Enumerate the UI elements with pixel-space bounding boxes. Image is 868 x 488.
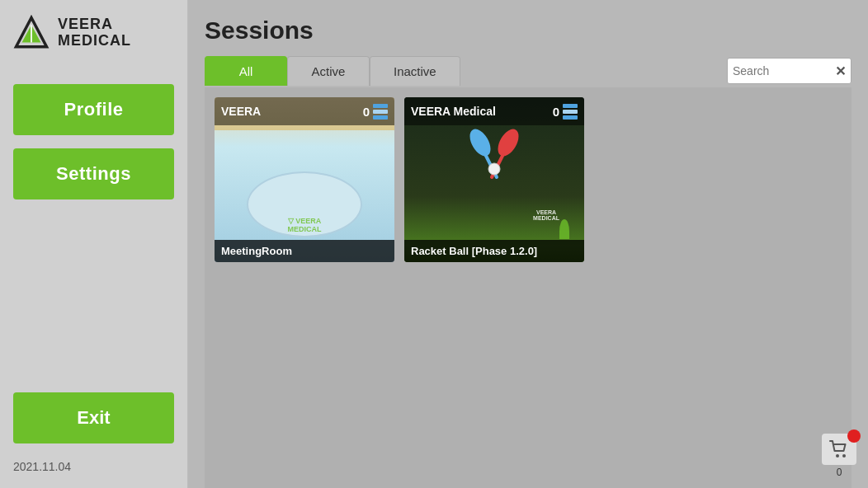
logo-area: VEERA MEDICAL <box>13 15 131 51</box>
settings-button[interactable]: Settings <box>13 148 174 199</box>
session-card-veera-medical[interactable]: VEERA Medical 0 <box>404 97 584 262</box>
bar-mid-2 <box>563 110 578 114</box>
veera-watermark: ▽ VEERAMEDICAL <box>288 217 322 233</box>
bar-bot <box>373 115 388 120</box>
bar-icon-veera-medical <box>563 102 578 120</box>
brand-sub: MEDICAL <box>58 33 131 49</box>
card-count-area: 0 <box>363 102 388 120</box>
svg-point-5 <box>493 126 522 160</box>
sidebar: VEERA MEDICAL Profile Settings Exit 2021… <box>0 0 188 488</box>
card-title-veera-medical: VEERA Medical <box>411 105 496 118</box>
card-count-veera-medical: 0 <box>553 105 559 119</box>
sidebar-top: VEERA MEDICAL Profile Settings <box>13 15 174 199</box>
sessions-area: VEERA 0 ▽ VEERAMEDICAL MeetingRoom <box>205 87 851 488</box>
card-count-veera: 0 <box>363 105 370 119</box>
exit-button[interactable]: Exit <box>13 392 174 443</box>
tab-all[interactable]: All <box>205 56 287 86</box>
sidebar-bottom: Exit 2021.11.04 <box>13 392 174 473</box>
svg-point-3 <box>465 126 494 160</box>
logo-text: VEERA MEDICAL <box>58 16 131 49</box>
veera-logo-white: VEERAMEDICAL <box>533 209 559 221</box>
date-label: 2021.11.04 <box>13 460 71 473</box>
search-close-icon[interactable]: ✕ <box>835 63 846 79</box>
bar-top-2 <box>563 104 578 108</box>
page-title: Sessions <box>205 16 851 45</box>
cart-icon-wrap[interactable] <box>822 434 856 465</box>
tab-inactive[interactable]: Inactive <box>370 56 460 86</box>
card-header-veera-medical: VEERA Medical 0 <box>404 97 584 125</box>
card-footer-veera-medical: Racket Ball [Phase 1.2.0] <box>404 240 584 262</box>
card-title-veera: VEERA <box>221 105 261 118</box>
cart-count-label: 0 <box>837 467 842 478</box>
card-count-area-2: 0 <box>553 102 578 120</box>
logo-icon <box>13 15 50 51</box>
brand-name: VEERA <box>58 16 131 33</box>
search-input[interactable] <box>733 64 832 77</box>
search-box: ✕ <box>727 58 851 84</box>
bar-bot-2 <box>563 115 578 120</box>
racket-crossed-icon <box>465 126 523 184</box>
svg-point-8 <box>836 454 839 458</box>
svg-point-7 <box>488 163 500 175</box>
card-footer-veera: MeetingRoom <box>215 240 394 262</box>
cart-area[interactable]: 0 <box>822 434 856 478</box>
bar-top <box>373 104 388 108</box>
session-card-veera[interactable]: VEERA 0 ▽ VEERAMEDICAL MeetingRoom <box>215 97 394 262</box>
main-content: Sessions All Active Inactive ✕ VEERA 0 <box>188 0 868 488</box>
tabs-row: All Active Inactive ✕ <box>205 56 851 86</box>
sidebar-nav: Profile Settings <box>13 84 174 199</box>
tab-active[interactable]: Active <box>287 56 370 86</box>
cart-icon <box>828 439 850 460</box>
profile-button[interactable]: Profile <box>13 84 174 135</box>
svg-point-9 <box>842 454 846 458</box>
bar-mid <box>373 110 388 114</box>
card-header-veera: VEERA 0 <box>215 97 394 125</box>
cart-badge <box>847 429 861 443</box>
bar-icon-veera <box>373 102 388 120</box>
